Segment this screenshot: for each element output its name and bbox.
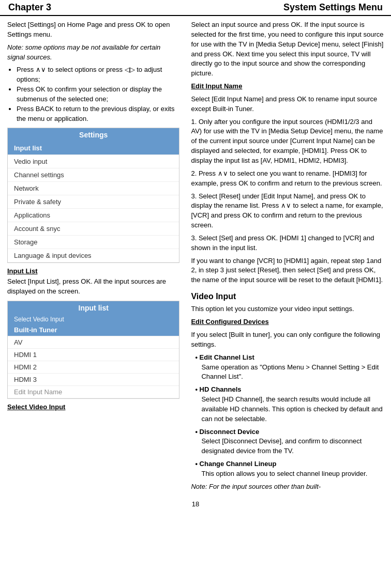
bullet-section-text: Select [HD Channel], the search results …: [201, 395, 384, 424]
bullet-section-label: • Change Channel Lineup: [195, 460, 276, 468]
bullet-item-2: Press OK to confirm your selection or di…: [17, 85, 179, 104]
bullet-sections: • Edit Channel ListSame operation as "Op…: [191, 353, 384, 479]
input-list-item[interactable]: HDMI 2: [8, 361, 179, 374]
video-input-para: This option let you customize your video…: [191, 304, 384, 314]
note-italic-right: Note: For the input sources other than b…: [191, 482, 384, 492]
bullet-item-3: Press BACK to return to the previous dis…: [17, 104, 179, 124]
input-list-menu-widget: Input list Select Vedio Input Built-in T…: [7, 301, 179, 399]
select-video-input-heading: Select Video Input: [7, 403, 179, 411]
edit-input-name-para: 1. Only after you configure the input so…: [191, 117, 384, 166]
bullet-section-label: • HD Channels: [195, 385, 241, 393]
input-list-items: Built-in TunerAVHDMI 1HDMI 2HDMI 3Edit I…: [8, 324, 179, 398]
edit-configured-devices-label: Edit Configured Devices: [191, 318, 268, 326]
bullet-section-text: Select [Disconnect Devise], and confirm …: [201, 437, 384, 456]
bullet-section: • Disconnect DeviceSelect [Disconnect De…: [195, 427, 384, 457]
page-number: 18: [0, 500, 391, 508]
edit-configured-devices-para: If you select [Built in tuner], you can …: [191, 330, 384, 350]
edit-configured-devices-heading: Edit Configured Devices: [191, 317, 384, 327]
right-para1: Select an input source and press OK. If …: [191, 20, 384, 79]
input-list-item[interactable]: HDMI 3: [8, 374, 179, 386]
page-header: Chapter 3 System Settings Menu: [0, 0, 391, 16]
bullet-item-1: Press ∧∨ to select options or press ◁▷ t…: [17, 65, 179, 85]
input-list-para: Select [Input List], press OK. All the i…: [7, 277, 179, 297]
bullet-section: • Change Channel LineupThis option allow…: [195, 459, 384, 479]
edit-input-name-paras: Select [Edit Input Name] and press OK to…: [191, 95, 384, 285]
video-input-heading: Video Input: [191, 290, 384, 302]
section-title: System Settings Menu: [283, 2, 383, 13]
settings-menu-item[interactable]: Storage: [8, 236, 179, 249]
bullet-section: • Edit Channel ListSame operation as "Op…: [195, 353, 384, 382]
input-list-title: Input list: [8, 301, 179, 315]
note-text: Note: some options may be not available …: [7, 43, 160, 61]
settings-menu-item[interactable]: Channel settings: [8, 168, 179, 182]
settings-menu-item[interactable]: Account & snyc: [8, 222, 179, 236]
right-column: Select an input source and press OK. If …: [188, 20, 384, 495]
settings-menu-item[interactable]: Language & input devices: [8, 249, 179, 262]
bullet-section-text: This option allows you to select channel…: [201, 469, 384, 479]
input-list-heading: Input List: [7, 267, 179, 275]
input-list-item[interactable]: Built-in Tuner: [8, 324, 179, 336]
input-list-item[interactable]: Edit Input Name: [8, 386, 179, 398]
input-list-item[interactable]: HDMI 1: [8, 349, 179, 361]
input-list-item[interactable]: AV: [8, 336, 179, 349]
settings-menu-item[interactable]: Applications: [8, 209, 179, 222]
settings-menu-item[interactable]: Input list: [8, 142, 179, 155]
settings-menu-widget: Settings Input listVedio inputChannel se…: [7, 128, 179, 263]
main-content: Select [Settings] on Home Page and press…: [0, 20, 391, 495]
chapter-title: Chapter 3: [8, 2, 51, 13]
settings-menu-item[interactable]: Vedio input: [8, 155, 179, 168]
settings-menu-item[interactable]: Network: [8, 182, 179, 195]
edit-input-name-para: 3. Select [Set] and press OK. [HDMI 1] c…: [191, 234, 384, 253]
edit-input-name-para: Select [Edit Input Name] and press OK to…: [191, 95, 384, 114]
edit-input-name-heading: Edit Input Name: [191, 82, 384, 91]
left-column: Select [Settings] on Home Page and press…: [7, 20, 188, 495]
settings-menu-items: Input listVedio inputChannel settingsNet…: [8, 142, 179, 262]
bullet-section-label: • Edit Channel List: [195, 353, 254, 361]
edit-input-name-label: Edit Input Name: [191, 82, 242, 90]
edit-input-name-para: 2. Press ∧∨ to select one you want to re…: [191, 169, 384, 189]
bullet-section: • HD ChannelsSelect [HD Channel], the se…: [195, 385, 384, 424]
edit-input-name-para: If you want to change [VCR] to [HDMI1] a…: [191, 256, 384, 286]
edit-input-name-para: 3. Select [Reset] under [Edit Input Name…: [191, 192, 384, 230]
intro-para-1: Select [Settings] on Home Page and press…: [7, 20, 179, 40]
bullet-list: Press ∧∨ to select options or press ◁▷ t…: [12, 65, 179, 123]
bullet-section-text: Same operation as "Options Menu > Channe…: [201, 363, 384, 382]
input-list-sublabel: Select Vedio Input: [8, 315, 179, 324]
settings-menu-item[interactable]: Private & safety: [8, 195, 179, 209]
bullet-section-label: • Disconnect Device: [195, 428, 259, 436]
intro-para-2: Note: some options may be not available …: [7, 43, 179, 63]
settings-menu-title: Settings: [8, 128, 179, 142]
